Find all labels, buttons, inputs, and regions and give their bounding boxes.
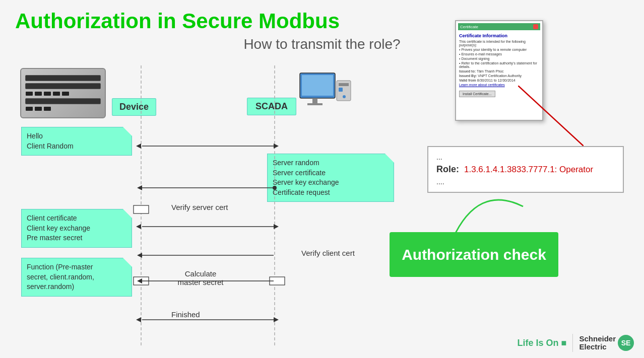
svg-marker-21	[136, 224, 141, 229]
role-value: 1.3.6.1.4.1.3833.7777.1: Operator	[464, 165, 593, 175]
svg-point-9	[343, 95, 346, 98]
plc-port-6	[26, 107, 33, 111]
msg-box-function: Function (Pre-master secret, client.rand…	[21, 258, 132, 297]
msg1-line2: Client Random	[27, 142, 74, 150]
device-label: Device	[112, 98, 156, 116]
msg4-line4: Certificate request	[273, 188, 330, 196]
msg-box-hello: Hello Client Random	[21, 127, 132, 156]
msg4-line2: Server certificate	[273, 169, 326, 177]
msg1-line1: Hello	[27, 132, 43, 140]
plc-port-1	[26, 92, 33, 96]
cert-learn-more: Learn more about certificates	[459, 83, 539, 87]
svg-marker-30	[274, 317, 279, 322]
role-label: Role:	[436, 164, 459, 175]
svg-rect-18	[134, 205, 149, 213]
svg-rect-3	[302, 75, 333, 96]
plc-slot-3	[25, 98, 101, 104]
corner-fold-1	[123, 127, 132, 136]
svg-rect-25	[270, 277, 285, 285]
role-dots-end: ....	[436, 178, 615, 186]
cert-desc3: • Ensures e-mail messages	[459, 52, 539, 56]
msg3-line1: Function (Pre-master	[27, 263, 93, 271]
slide: Authorization in Secure Modbus How to tr…	[0, 0, 644, 358]
plc-port-7	[35, 107, 42, 111]
cert-refer: • Refer to the certification authority's…	[459, 61, 539, 68]
svg-marker-27	[137, 278, 142, 283]
plc-slot-1	[25, 75, 101, 81]
cert-install-button[interactable]: Install Certificate...	[459, 91, 495, 97]
corner-fold-3	[123, 258, 132, 267]
svg-marker-14	[136, 144, 141, 149]
role-box: ... Role: 1.3.6.1.4.1.3833.7777.1: Opera…	[427, 146, 624, 193]
footer: Life Is On ■ Schneider Electric SE	[518, 334, 634, 352]
cert-body: Certificate Information This certificate…	[458, 32, 540, 98]
se-name-bottom: Electric	[579, 343, 616, 351]
schneider-logo: Schneider Electric SE	[579, 335, 634, 351]
msg4-line1: Server random	[273, 159, 319, 167]
svg-marker-23	[137, 253, 142, 258]
scada-label: SCADA	[247, 98, 296, 115]
svg-marker-16	[137, 185, 142, 190]
svg-rect-4	[312, 98, 317, 103]
svg-rect-7	[339, 83, 349, 86]
title-main: Authorization in Secure Modbus	[15, 9, 340, 33]
plc-device	[20, 68, 106, 118]
finished-text: Finished	[171, 310, 200, 319]
msg4-line3: Server key exchange	[273, 178, 339, 186]
plc-port-8	[44, 107, 51, 111]
cert-info-title: Certificate Information	[459, 33, 539, 38]
msg-box-client-cert: Client certificate Client key exchange P…	[21, 209, 132, 248]
plc-ports-row-2	[25, 106, 101, 111]
cert-title-bar: Certificate	[458, 23, 540, 30]
cert-window: Certificate Certificate Information This…	[455, 20, 543, 121]
msg2-line1: Client certificate	[27, 214, 77, 222]
cert-desc2: • Proves your identity to a remote compu…	[459, 48, 539, 51]
corner-fold-2	[123, 209, 132, 218]
cert-desc4: • Document signing	[459, 57, 539, 60]
plc-port-5	[62, 92, 69, 96]
device-container	[20, 68, 121, 128]
plc-port-2	[35, 92, 42, 96]
msg-box-server: Server random Server certificate Server …	[267, 154, 394, 202]
plc-port-4	[53, 92, 60, 96]
svg-marker-1	[446, 235, 459, 247]
msg3-line3: server.random)	[27, 282, 74, 291]
svg-rect-5	[307, 103, 323, 105]
cert-issued-by: Issued By: VNPT Certification Authority	[459, 74, 539, 78]
green-arrow-svg	[432, 199, 533, 254]
calc-master-text: Calculate master secret	[170, 269, 231, 287]
life-is-on-text: Life Is On ■	[518, 338, 567, 348]
svg-rect-24	[134, 277, 149, 285]
cert-valid: Valid from 8/30/2011 to 12/30/2014	[459, 79, 539, 82]
footer-divider	[572, 334, 573, 352]
msg3-line2: secret, client.random,	[27, 273, 94, 281]
plc-port-3	[44, 92, 51, 96]
svg-marker-20	[274, 224, 279, 229]
svg-rect-8	[339, 88, 343, 92]
role-row: Role: 1.3.6.1.4.1.3833.7777.1: Operator	[436, 164, 615, 175]
plc-slot-2	[25, 83, 101, 89]
cert-desc1: This certificate is intended for the fol…	[459, 40, 539, 47]
msg2-line3: Pre master secret	[27, 234, 82, 242]
se-name-top: Schneider	[579, 335, 616, 343]
svg-marker-29	[136, 317, 141, 322]
role-dots-start: ...	[436, 153, 615, 161]
se-circle-icon: SE	[618, 335, 634, 351]
corner-fold-4	[385, 154, 394, 163]
cert-issued-to: Issued to: Tâm Thanh Phúc	[459, 69, 539, 73]
cert-title-text: Certificate	[460, 25, 478, 29]
verify-client-text: Verify client cert	[301, 249, 355, 257]
plc-ports-row	[25, 91, 101, 96]
verify-server-text: Verify server cert	[171, 203, 228, 211]
msg2-line2: Client key exchange	[27, 224, 90, 232]
scada-computer-svg	[297, 70, 353, 116]
cert-close-icon	[533, 24, 538, 29]
svg-marker-13	[274, 144, 279, 149]
